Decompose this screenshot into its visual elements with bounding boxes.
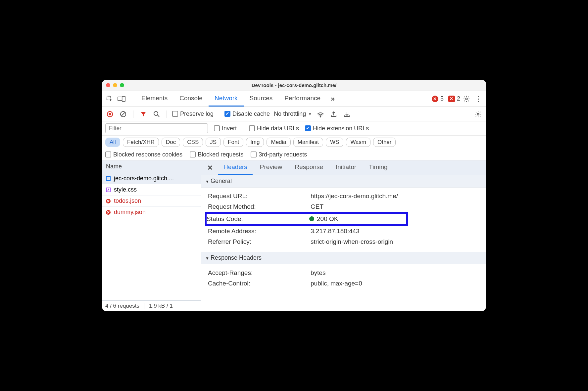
separator: [219, 110, 219, 118]
more-tabs-icon[interactable]: »: [327, 93, 338, 105]
error-count: 5: [440, 95, 444, 102]
preserve-log-label: Preserve log: [180, 110, 214, 117]
main-tabs: Elements Console Network Sources Perform…: [135, 91, 326, 107]
kebab-menu-icon[interactable]: ⋮: [473, 93, 484, 105]
request-list-header: Name: [102, 160, 201, 173]
preserve-log-checkbox[interactable]: Preserve log: [172, 110, 214, 117]
stylesheet-icon: [105, 187, 111, 193]
hide-extension-urls-checkbox[interactable]: Hide extension URLs: [305, 125, 369, 132]
invert-checkbox[interactable]: Invert: [214, 125, 237, 132]
request-row[interactable]: dummy.json: [102, 207, 201, 218]
kv-row: Referrer Policy: strict-origin-when-cros…: [208, 237, 481, 247]
window-title: DevTools - jec-cors-demo.glitch.me/: [102, 82, 486, 88]
section-general-title: General: [211, 178, 232, 184]
type-pill-css[interactable]: CSS: [183, 138, 203, 147]
disclosure-triangle-icon: ▼: [205, 256, 209, 261]
tab-console[interactable]: Console: [173, 91, 209, 107]
document-icon: [105, 176, 111, 182]
request-row[interactable]: style.css: [102, 184, 201, 195]
type-pill-wasm[interactable]: Wasm: [346, 138, 370, 147]
status-ok-icon: [309, 216, 314, 221]
disable-cache-checkbox[interactable]: Disable cache: [224, 110, 270, 117]
section-response-headers-title: Response Headers: [211, 254, 262, 261]
error-count-badge[interactable]: ✕ 5: [432, 95, 444, 102]
tab-network[interactable]: Network: [209, 91, 244, 107]
type-pill-all[interactable]: All: [105, 138, 120, 147]
type-pill-img[interactable]: Img: [246, 138, 264, 147]
section-response-headers-header[interactable]: ▼Response Headers: [201, 252, 486, 264]
svg-point-5: [109, 113, 111, 115]
blocked-cookies-label: Blocked response cookies: [113, 151, 182, 158]
kv-row: Accept-Ranges: bytes: [208, 268, 481, 278]
import-har-icon[interactable]: [342, 109, 352, 119]
request-list: Name jec-cors-demo.glitch.... style.css …: [102, 160, 201, 311]
device-toggle-icon[interactable]: [116, 93, 127, 105]
request-detail: ✕ Headers Preview Response Initiator Tim…: [201, 160, 486, 311]
throttling-label: No throttling: [274, 110, 306, 117]
svg-line-7: [121, 112, 125, 116]
kv-row-status-highlighted: Status Code: 200 OK: [205, 212, 408, 226]
error-icon: [105, 209, 111, 215]
request-row[interactable]: jec-cors-demo.glitch....: [102, 173, 201, 184]
settings-icon[interactable]: [461, 93, 472, 105]
detail-tab-preview[interactable]: Preview: [255, 160, 288, 175]
hide-data-urls-checkbox[interactable]: Hide data URLs: [249, 125, 299, 132]
kv-row: Remote Address: 3.217.87.180:443: [208, 226, 481, 237]
separator: [130, 95, 130, 103]
detail-tab-initiator[interactable]: Initiator: [330, 160, 362, 175]
clear-button[interactable]: [119, 109, 128, 119]
tab-performance[interactable]: Performance: [278, 91, 326, 107]
type-pill-ws[interactable]: WS: [326, 138, 343, 147]
svg-line-9: [158, 115, 159, 117]
issue-count: 2: [457, 95, 460, 102]
type-pill-doc[interactable]: Doc: [162, 138, 180, 147]
type-pill-font[interactable]: Font: [223, 138, 243, 147]
filter-input[interactable]: [105, 123, 208, 133]
filter-toggle-icon[interactable]: [139, 109, 148, 119]
network-settings-icon[interactable]: [473, 109, 483, 119]
type-pill-fetchxhr[interactable]: Fetch/XHR: [123, 138, 159, 147]
svg-point-10: [320, 116, 321, 117]
request-name: style.css: [114, 186, 137, 193]
blocked-requests-checkbox[interactable]: Blocked requests: [190, 151, 243, 158]
kv-value: GET: [311, 203, 481, 210]
disclosure-triangle-icon: ▼: [205, 179, 209, 184]
record-button[interactable]: [105, 109, 115, 119]
issue-icon: ✕: [448, 96, 455, 102]
type-filter-row: All Fetch/XHR Doc CSS JS Font Img Media …: [102, 136, 486, 149]
detail-tab-response[interactable]: Response: [289, 160, 328, 175]
inspect-element-icon[interactable]: [104, 93, 115, 105]
error-icon: [105, 198, 111, 204]
detail-tab-headers[interactable]: Headers: [218, 160, 253, 175]
third-party-label: 3rd-party requests: [259, 151, 307, 158]
type-pill-manifest[interactable]: Manifest: [293, 138, 323, 147]
hide-data-label: Hide data URLs: [257, 125, 299, 132]
throttling-dropdown[interactable]: No throttling ▼: [274, 110, 312, 117]
blocked-cookies-checkbox[interactable]: Blocked response cookies: [105, 151, 182, 158]
issue-count-badge[interactable]: ✕ 2: [448, 95, 460, 102]
svg-point-8: [154, 111, 158, 115]
network-conditions-icon[interactable]: [316, 109, 325, 119]
svg-point-11: [477, 113, 479, 115]
detail-tab-timing[interactable]: Timing: [364, 160, 393, 175]
disable-cache-label: Disable cache: [232, 110, 270, 117]
kv-key: Referrer Policy:: [208, 238, 311, 245]
close-detail-button[interactable]: ✕: [204, 164, 216, 172]
footer-requests: 4 / 6 requests: [105, 303, 139, 309]
tab-sources[interactable]: Sources: [244, 91, 279, 107]
search-icon[interactable]: [152, 109, 161, 119]
type-pill-other[interactable]: Other: [373, 138, 396, 147]
third-party-checkbox[interactable]: 3rd-party requests: [251, 151, 307, 158]
status-text: 200 OK: [317, 215, 338, 222]
type-pill-media[interactable]: Media: [267, 138, 290, 147]
kv-key: Request URL:: [208, 193, 311, 200]
kv-key: Request Method:: [208, 203, 311, 210]
section-general-header[interactable]: ▼General: [201, 175, 486, 188]
request-row[interactable]: todos.json: [102, 195, 201, 207]
kv-value: strict-origin-when-cross-origin: [311, 238, 481, 245]
kv-value: 200 OK: [309, 215, 406, 223]
type-pill-js[interactable]: JS: [206, 138, 221, 147]
svg-point-3: [466, 98, 467, 100]
export-har-icon[interactable]: [329, 109, 338, 119]
tab-elements[interactable]: Elements: [135, 91, 173, 107]
